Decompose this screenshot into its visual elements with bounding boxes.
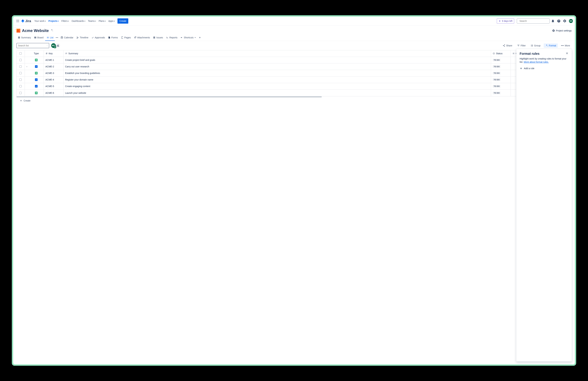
tab-issues[interactable]: Issues bbox=[152, 35, 164, 41]
col-header-type[interactable]: Type bbox=[29, 50, 44, 57]
col-header-key[interactable]: Key bbox=[44, 50, 63, 57]
row-checkbox-cell[interactable] bbox=[17, 57, 25, 63]
checkbox[interactable] bbox=[19, 65, 22, 68]
create-row-button[interactable]: Create bbox=[16, 97, 572, 104]
row-checkbox-cell[interactable] bbox=[17, 90, 25, 96]
select-all-cell[interactable] bbox=[17, 50, 25, 57]
checkbox[interactable] bbox=[19, 79, 22, 81]
member-avatar[interactable]: MS M bbox=[51, 43, 56, 48]
user-avatar[interactable]: MS bbox=[569, 19, 573, 23]
row-summary-cell[interactable]: Create engaging content bbox=[63, 83, 491, 90]
row-checkbox-cell[interactable] bbox=[17, 83, 25, 90]
row-checkbox-cell[interactable] bbox=[17, 70, 25, 76]
col-header-summary[interactable]: Summary bbox=[63, 50, 491, 57]
settings-icon[interactable] bbox=[562, 18, 567, 24]
tab-board[interactable]: Board bbox=[33, 35, 45, 41]
checkbox[interactable] bbox=[19, 72, 22, 74]
tab-more-actions[interactable]: ••• bbox=[55, 35, 59, 41]
create-button[interactable]: Create bbox=[117, 18, 128, 24]
row-expand-cell[interactable]: › bbox=[25, 63, 29, 70]
chevron-down-icon: ▾ bbox=[58, 20, 59, 22]
tab-approvals[interactable]: Approvals bbox=[90, 35, 106, 41]
svg-point-7 bbox=[17, 22, 18, 22]
row-key-cell[interactable]: ACME-4 bbox=[44, 77, 63, 83]
svg-point-8 bbox=[18, 22, 19, 22]
row-status-cell[interactable]: TO DO bbox=[491, 83, 511, 90]
more-about-link[interactable]: More about format rules. bbox=[524, 61, 549, 63]
nav-item-teams[interactable]: Teams▾ bbox=[87, 18, 97, 24]
nav-item-dashboards[interactable]: Dashboards▾ bbox=[70, 18, 87, 24]
tab-timeline[interactable]: Timeline bbox=[75, 35, 90, 41]
row-summary-cell[interactable]: Establish your branding guidelines bbox=[63, 70, 491, 76]
trial-days-left-button[interactable]: 9 days left bbox=[497, 18, 514, 24]
share-button[interactable]: Share bbox=[501, 43, 514, 48]
ai-sparkle-icon[interactable] bbox=[50, 29, 53, 32]
status-lozenge: TO DO bbox=[493, 85, 501, 88]
tab-pages[interactable]: Pages bbox=[120, 35, 132, 41]
add-rule-button[interactable]: Add a rule bbox=[520, 67, 568, 70]
list-search-input[interactable] bbox=[18, 44, 47, 47]
row-summary-cell[interactable]: Create project brief and goals bbox=[63, 57, 491, 63]
row-key-cell[interactable]: ACME-6 bbox=[44, 90, 63, 96]
list-search[interactable] bbox=[16, 43, 49, 48]
help-icon[interactable] bbox=[556, 18, 561, 24]
notifications-icon[interactable] bbox=[550, 18, 556, 24]
row-key-cell[interactable]: ACME-1 bbox=[44, 57, 63, 63]
tab-shortcuts[interactable]: Shortcuts▾ bbox=[179, 35, 197, 41]
row-status-cell[interactable]: TO DO bbox=[491, 90, 511, 96]
global-search[interactable] bbox=[517, 18, 550, 24]
nav-item-your-work[interactable]: Your work▾ bbox=[33, 18, 47, 24]
row-status-cell[interactable]: TO DO bbox=[491, 70, 511, 76]
svg-point-3 bbox=[16, 21, 17, 21]
table-row[interactable]: ›ACME-2Carry out user researchTO DO bbox=[17, 63, 572, 70]
jira-logo[interactable]: Jira bbox=[21, 19, 31, 23]
table-row[interactable]: ACME-5Create engaging contentTO DO bbox=[17, 83, 572, 90]
chevron-down-icon: ▾ bbox=[84, 20, 85, 22]
nav-item-apps[interactable]: Apps▾ bbox=[107, 18, 116, 24]
tab-attachments[interactable]: Attachments bbox=[132, 35, 151, 41]
chevron-right-icon[interactable]: › bbox=[27, 65, 27, 68]
app-switcher-icon[interactable] bbox=[15, 18, 20, 24]
hash-icon bbox=[45, 52, 48, 55]
tab-reports[interactable]: Reports bbox=[165, 35, 179, 41]
panel-close-button[interactable] bbox=[566, 52, 568, 56]
checkbox[interactable] bbox=[19, 85, 22, 87]
nav-item-projects[interactable]: Projects▾ bbox=[47, 18, 60, 24]
row-summary-cell[interactable]: Carry out user research bbox=[63, 63, 491, 70]
project-settings-link[interactable]: Project settings bbox=[552, 29, 572, 32]
group-button[interactable]: Group bbox=[529, 43, 542, 48]
status-lozenge: TO DO bbox=[493, 72, 501, 74]
checkbox[interactable] bbox=[19, 59, 22, 61]
row-status-cell[interactable]: TO DO bbox=[491, 77, 511, 83]
row-status-cell[interactable]: TO DO bbox=[491, 57, 511, 63]
row-key-cell[interactable]: ACME-5 bbox=[44, 83, 63, 90]
project-icon bbox=[16, 29, 20, 33]
table-row[interactable]: ACME-6Launch your websiteTO DO bbox=[17, 90, 572, 96]
col-header-status[interactable]: Status bbox=[491, 50, 511, 57]
row-status-cell[interactable]: TO DO bbox=[491, 63, 511, 70]
row-key-cell[interactable]: ACME-3 bbox=[44, 70, 63, 76]
table-row[interactable]: ACME-4Register your domain nameTO DO bbox=[17, 77, 572, 83]
tab-forms[interactable]: Forms bbox=[107, 35, 119, 41]
row-checkbox-cell[interactable] bbox=[17, 63, 25, 70]
row-summary-cell[interactable]: Launch your website bbox=[63, 90, 491, 96]
add-view-button[interactable] bbox=[197, 35, 202, 41]
reports-icon bbox=[166, 36, 169, 39]
row-key-cell[interactable]: ACME-2 bbox=[44, 63, 63, 70]
tab-list[interactable]: List bbox=[45, 35, 55, 41]
row-checkbox-cell[interactable] bbox=[17, 77, 25, 83]
table-row[interactable]: ACME-3Establish your branding guidelines… bbox=[17, 70, 572, 77]
checkbox[interactable] bbox=[19, 92, 22, 94]
format-button[interactable]: Format bbox=[544, 43, 558, 48]
checkbox[interactable] bbox=[19, 52, 22, 55]
global-search-input[interactable] bbox=[519, 20, 548, 22]
row-summary-cell[interactable]: Register your domain name bbox=[63, 77, 491, 83]
tab-calendar[interactable]: Calendar bbox=[59, 35, 75, 41]
table-row[interactable]: ACME-1Create project brief and goalsTO D… bbox=[17, 57, 572, 63]
nav-item-plans[interactable]: Plans▾ bbox=[97, 18, 107, 24]
more-button[interactable]: ••• More bbox=[559, 43, 572, 48]
task-type-icon bbox=[35, 85, 38, 88]
filter-button[interactable]: Filter bbox=[515, 43, 527, 48]
nav-item-filters[interactable]: Filters▾ bbox=[60, 18, 70, 24]
tab-summary[interactable]: Summary bbox=[16, 35, 32, 41]
